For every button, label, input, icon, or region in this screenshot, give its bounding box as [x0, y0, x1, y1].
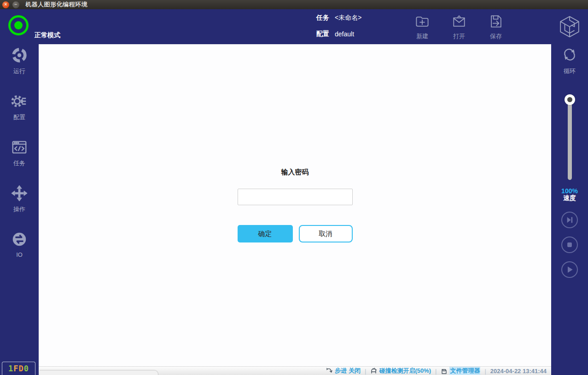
- new-task-button[interactable]: 新建: [404, 13, 441, 40]
- speed-slider-handle[interactable]: [565, 94, 575, 105]
- speed-label: 速度: [551, 195, 588, 202]
- io-exchange-icon: [11, 231, 28, 248]
- step-arrow-icon: [326, 368, 333, 375]
- speed-readout: 100% 速度: [551, 188, 588, 202]
- save-task-button[interactable]: 保存: [477, 13, 514, 40]
- confirm-button[interactable]: 确定: [238, 225, 293, 242]
- left-sidebar: 运行 配置 任务 操作: [0, 44, 39, 375]
- clock-timestamp: 2024-04-22 13:41:44: [490, 368, 547, 375]
- move-arrows-icon: [11, 185, 28, 202]
- speed-percent: 100%: [551, 188, 588, 195]
- status-badge: 1FD0: [2, 362, 35, 375]
- titlebar: × − 机器人图形化编程环境: [0, 0, 588, 9]
- sidebar-item-run[interactable]: 运行: [0, 46, 39, 81]
- gear-icon: [11, 92, 28, 110]
- mode-label: 正常模式: [35, 31, 60, 40]
- badge-char: 0: [24, 364, 29, 373]
- stop-button[interactable]: [561, 237, 578, 253]
- badge-char: D: [19, 364, 24, 373]
- play-button[interactable]: [561, 261, 578, 278]
- loop-refresh-icon: [561, 46, 578, 64]
- bottom-panel-edge: [40, 370, 158, 375]
- minimize-icon[interactable]: −: [12, 1, 19, 8]
- password-dialog: 输入密码 确定 取消: [238, 168, 353, 242]
- badge-char: F: [13, 364, 18, 373]
- cancel-button[interactable]: 取消: [299, 225, 353, 242]
- collision-hand-icon: [370, 368, 377, 375]
- badge-char: 1: [8, 364, 13, 373]
- save-floppy-icon: [488, 13, 504, 30]
- file-manager-button[interactable]: 文件管理器: [441, 367, 480, 375]
- loop-mode-button[interactable]: 循环: [551, 46, 588, 75]
- header-actions: 新建 打开 保存: [404, 13, 514, 40]
- dialog-title: 输入密码: [238, 168, 353, 177]
- config-label: 配置: [316, 30, 329, 38]
- password-input[interactable]: [238, 189, 353, 205]
- task-label: 任务: [316, 14, 329, 22]
- code-window-icon: [11, 138, 28, 156]
- play-icon: [562, 261, 577, 278]
- skip-next-icon: [562, 212, 577, 228]
- sidebar-item-operate[interactable]: 操作: [0, 185, 39, 219]
- sidebar-item-task[interactable]: 任务: [0, 138, 39, 173]
- mode-indicator-icon: [8, 15, 29, 35]
- config-value: default: [335, 30, 354, 38]
- main-content: 输入密码 确定 取消 步进 关闭 | 碰撞检测开启(50%) |: [39, 44, 551, 375]
- sidebar-item-config[interactable]: 配置: [0, 92, 39, 127]
- step-forward-button[interactable]: [561, 212, 578, 228]
- window-title: 机器人图形化编程环境: [25, 0, 87, 9]
- collision-detection-status[interactable]: 碰撞检测开启(50%): [370, 367, 431, 375]
- app-header: 正常模式 任务 <未命名> 配置 default 新建 打开: [0, 9, 588, 44]
- open-envelope-icon: [451, 13, 467, 30]
- sidebar-item-io[interactable]: IO: [0, 231, 39, 265]
- open-task-button[interactable]: 打开: [441, 13, 477, 40]
- close-icon[interactable]: ×: [2, 1, 9, 8]
- file-manager-icon: [441, 368, 448, 375]
- speed-slider-track[interactable]: [568, 97, 572, 180]
- task-value: <未命名>: [335, 14, 361, 22]
- run-target-icon: [11, 46, 28, 64]
- brand-cube-logo: [557, 14, 582, 40]
- task-config-block: 任务 <未命名> 配置 default: [316, 14, 361, 46]
- right-sidebar: 循环 100% 速度: [551, 44, 588, 375]
- new-folder-icon: [414, 13, 431, 30]
- step-mode-status[interactable]: 步进 关闭: [326, 367, 361, 375]
- stop-icon: [562, 237, 577, 253]
